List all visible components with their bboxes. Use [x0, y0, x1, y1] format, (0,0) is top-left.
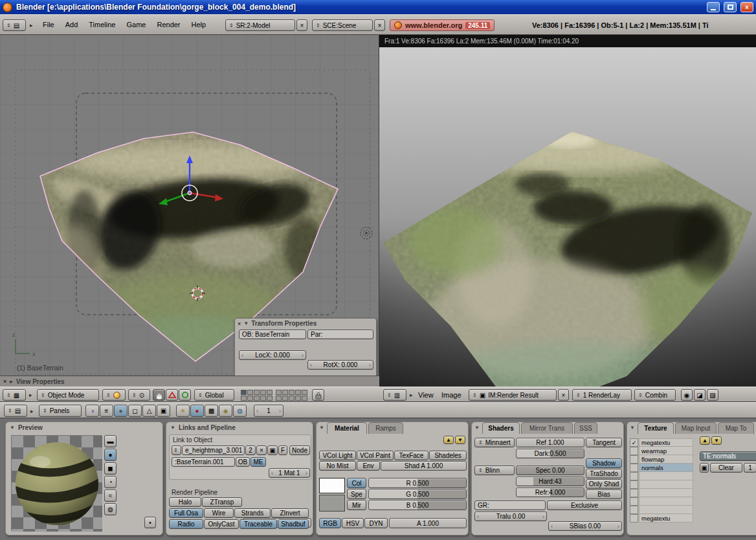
pivot-menu[interactable]: ⊙: [128, 389, 150, 401]
transform-panel-header[interactable]: × ▼ Transform Properties: [235, 319, 376, 328]
node-button[interactable]: Node: [289, 445, 310, 455]
object-name-field[interactable]: :BaseTerrain.001: [172, 457, 235, 467]
alpha-slider[interactable]: A 1.000: [389, 518, 467, 528]
tab-sss[interactable]: SSS: [574, 422, 597, 434]
paint-button[interactable]: ◪: [694, 389, 706, 401]
layer-button[interactable]: [289, 390, 295, 395]
texture-slot[interactable]: megatextu: [639, 438, 693, 447]
preview-flat-button[interactable]: ▬: [104, 435, 117, 447]
render-layer-menu[interactable]: 1 RenderLay: [572, 389, 632, 401]
material-users-button[interactable]: 2: [245, 445, 256, 455]
layer-button[interactable]: [260, 396, 266, 401]
texture-enable-checkbox[interactable]: [630, 497, 638, 506]
layer-button[interactable]: [247, 390, 253, 395]
preview-panel-header[interactable]: ▼ Preview: [6, 422, 162, 433]
logic-context-button[interactable]: ◑: [85, 405, 99, 417]
collapse-panel-icon[interactable]: ▼: [319, 425, 324, 431]
material-buttons-button[interactable]: ●: [190, 405, 204, 417]
scene-delete-button[interactable]: ×: [374, 19, 385, 31]
rot-x-field[interactable]: RotX: 0.000: [307, 360, 373, 370]
texture-enable-checkbox[interactable]: [630, 464, 638, 472]
mode-menu[interactable]: Object Mode: [37, 389, 99, 401]
draw-type-menu[interactable]: [102, 389, 126, 401]
texture-name-field[interactable]: TE:normals: [700, 451, 756, 461]
header-collapse-icon[interactable]: ▸: [410, 392, 413, 398]
refr-slider[interactable]: Refr:4.000: [516, 488, 584, 497]
preview-cube-button[interactable]: ◼: [104, 462, 117, 475]
ref-slider[interactable]: Ref 1.000: [516, 438, 584, 447]
env-toggle[interactable]: Env: [357, 461, 380, 471]
texture-slot[interactable]: megatextu: [639, 514, 693, 523]
radiosity-buttons-button[interactable]: ◈: [219, 405, 232, 417]
menu-timeline[interactable]: Timeline: [89, 21, 115, 28]
blender-version-badge[interactable]: www.blender.org 245.11: [390, 19, 495, 31]
spec-shader-menu[interactable]: Blinn: [474, 466, 515, 475]
auto-name-button[interactable]: ▣: [267, 445, 278, 455]
layer-button[interactable]: [241, 390, 247, 395]
bias-toggle[interactable]: Bias: [586, 489, 622, 499]
view-properties-strip[interactable]: × ▸ View Properties: [0, 376, 379, 387]
titlebar[interactable]: Blender [e:\applications\Blender Foundat…: [0, 0, 756, 14]
scene-selector[interactable]: SCE:Scene: [312, 19, 373, 31]
menu-file[interactable]: File: [43, 21, 54, 28]
zinvert-toggle[interactable]: ZInvert: [271, 508, 309, 518]
layer-button[interactable]: [241, 396, 247, 401]
layer-button[interactable]: [254, 390, 260, 395]
render-pass-menu[interactable]: Combin: [634, 389, 676, 401]
texture-buttons-button[interactable]: ▩: [205, 405, 218, 417]
paste-texture-button[interactable]: ▼: [711, 436, 722, 445]
mir-button[interactable]: Mir: [347, 500, 366, 510]
transform-properties-panel[interactable]: × ▼ Transform Properties OB: BaseTerrain…: [234, 318, 377, 376]
tralu-field[interactable]: Tralu 0.00: [474, 512, 547, 521]
tab-ramps[interactable]: Ramps: [368, 422, 403, 434]
layer-button[interactable]: [267, 390, 272, 395]
layer-button[interactable]: [295, 390, 301, 395]
material-browse-menu[interactable]: [172, 445, 181, 455]
specular-color-swatch[interactable]: [319, 495, 345, 512]
layer-button[interactable]: [247, 396, 253, 401]
full-osa-toggle[interactable]: Full Osa: [169, 508, 203, 518]
collapse-panel-icon[interactable]: ▼: [474, 425, 480, 431]
preview-hair-button[interactable]: ≈: [104, 489, 117, 502]
layer-button[interactable]: [267, 396, 272, 401]
collapse-panel-icon[interactable]: ▼: [170, 425, 175, 431]
radio-toggle[interactable]: Radio: [169, 519, 203, 529]
header-collapse-icon[interactable]: ▸: [30, 408, 34, 414]
layer-button[interactable]: [254, 396, 260, 401]
onlycast-toggle[interactable]: OnlyCast: [204, 519, 239, 529]
layer-button[interactable]: [302, 396, 307, 401]
menu-view[interactable]: View: [418, 391, 434, 399]
editor-type-menu[interactable]: ▥: [383, 389, 406, 401]
strands-toggle[interactable]: Strands: [234, 508, 271, 518]
texture-slot[interactable]: [639, 506, 693, 514]
texture-enable-checkbox[interactable]: [630, 455, 638, 464]
editor-type-menu[interactable]: ▤: [4, 405, 27, 417]
layer-button[interactable]: [302, 390, 307, 395]
lock-layers-button[interactable]: [312, 389, 324, 401]
hsv-button[interactable]: HSV: [342, 518, 364, 528]
script-context-button[interactable]: ≡: [100, 405, 113, 417]
texture-slot[interactable]: [639, 497, 693, 506]
tab-shaders[interactable]: Shaders: [482, 422, 520, 434]
exclusive-toggle[interactable]: Exclusive: [547, 501, 622, 510]
layer-button[interactable]: [260, 390, 266, 395]
layer-button[interactable]: [295, 396, 301, 401]
image-editor-viewport[interactable]: Fra:1 Ve:8306 Fa:16396 La:2 Mem:135.46M …: [379, 35, 756, 387]
preview-sky-button[interactable]: ◍: [104, 503, 117, 515]
collapse-arrow-icon[interactable]: ▸: [30, 22, 33, 28]
layer-button[interactable]: [282, 396, 288, 401]
texture-enable-checkbox[interactable]: ✓: [630, 438, 638, 447]
menu-help[interactable]: Help: [192, 21, 206, 28]
ob-name-field[interactable]: OB: BaseTerrain: [239, 330, 306, 339]
editor-type-menu[interactable]: ▦: [3, 389, 26, 401]
world-buttons-button[interactable]: ◍: [233, 405, 247, 417]
dark-slider[interactable]: Dark:0.500: [516, 449, 584, 458]
editing-context-button[interactable]: △: [142, 405, 156, 417]
loc-x-field[interactable]: LocX: 0.000: [239, 350, 306, 360]
tab-material[interactable]: Material: [327, 422, 367, 434]
object-context-button[interactable]: ◻: [128, 405, 142, 417]
hard-slider[interactable]: Hard:43: [516, 477, 584, 486]
texture-enable-checkbox[interactable]: [630, 472, 638, 480]
collapse-panel-icon[interactable]: ▼: [630, 425, 635, 431]
fake-user-button[interactable]: F: [278, 445, 287, 455]
